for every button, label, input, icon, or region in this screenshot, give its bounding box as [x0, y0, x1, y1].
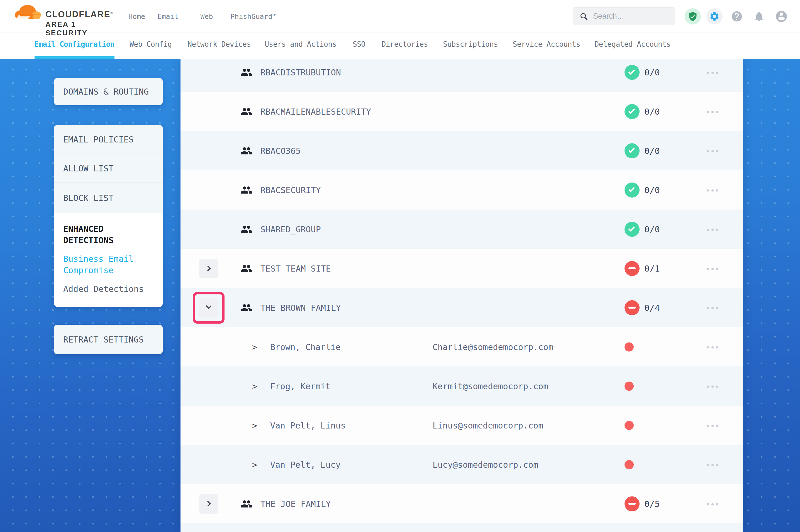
- sidebar-item-email-policies[interactable]: EMAIL POLICIES: [54, 125, 163, 154]
- dot-icon: [707, 424, 709, 427]
- dot-icon: [711, 268, 714, 270]
- row-menu-button[interactable]: [698, 305, 726, 310]
- header-nav-home[interactable]: Home: [128, 13, 145, 21]
- dot-icon: [716, 111, 718, 113]
- group-name: RBACSECURITY: [260, 185, 321, 195]
- row-menu-button[interactable]: [698, 109, 726, 114]
- notifications-bell-icon[interactable]: [751, 8, 767, 24]
- header-nav: HomeEmailWebPhishGuard™: [0, 0, 800, 33]
- group-count: 0/0: [644, 146, 660, 156]
- enhanced-detections-section: ENHANCED DETECTIONS Business Email Compr…: [54, 213, 163, 294]
- status-ok-badge: [624, 143, 639, 158]
- group-people-icon: [240, 224, 253, 234]
- row-menu-button[interactable]: [698, 501, 726, 507]
- group-row: TEST TEAM SITE0/1: [181, 249, 743, 288]
- dot-icon: [716, 385, 718, 387]
- dot-icon: [707, 268, 709, 270]
- dot-icon: [711, 464, 714, 466]
- member-row: >Brown, CharlieCharlie@somedemocorp.com: [181, 327, 743, 366]
- tab-directories[interactable]: Directories: [382, 40, 428, 49]
- tab-service-accounts[interactable]: Service Accounts: [513, 40, 580, 49]
- row-menu-button[interactable]: [698, 344, 726, 349]
- dot-icon: [707, 503, 709, 505]
- chevron-right-icon[interactable]: >: [252, 381, 257, 391]
- group-count: 0/0: [644, 185, 660, 195]
- status-blocked-badge: [624, 300, 639, 315]
- dot-icon: [716, 307, 718, 309]
- content-panel: RBACDISTRUBUTION0/0 RBACMAILENABLESECURI…: [181, 59, 743, 532]
- status-ok-badge: [624, 104, 639, 119]
- tab-subscriptions[interactable]: Subscriptions: [443, 40, 498, 49]
- dot-icon: [707, 72, 709, 74]
- member-email: Lucy@somedemocorp.com: [433, 460, 538, 469]
- dot-icon: [707, 150, 709, 152]
- header-nav-email[interactable]: Email: [157, 13, 178, 21]
- dot-icon: [711, 503, 714, 505]
- search-input[interactable]: [593, 7, 671, 25]
- dot-icon: [716, 346, 718, 348]
- row-menu-button[interactable]: [698, 187, 726, 192]
- sidebar-item-business-email-compromise[interactable]: Business Email Compromise: [63, 253, 147, 276]
- user-account-icon[interactable]: [773, 8, 789, 24]
- group-count: 0/0: [644, 107, 660, 117]
- group-people-icon: [240, 499, 253, 509]
- member-email: Kermit@somedemocorp.com: [433, 381, 548, 391]
- tab-network-devices[interactable]: Network Devices: [187, 40, 251, 49]
- tab-delegated-accounts[interactable]: Delegated Accounts: [595, 40, 671, 49]
- search-box[interactable]: [573, 7, 675, 25]
- row-menu-button[interactable]: [698, 70, 726, 75]
- partial-row: [181, 524, 743, 532]
- group-name: RBACDISTRUBUTION: [260, 67, 341, 77]
- member-row: >Van Pelt, LinusLinus@somedemocorp.com: [181, 406, 743, 445]
- row-menu-button[interactable]: [698, 423, 726, 428]
- group-name: TEST TEAM SITE: [260, 264, 331, 273]
- chevron-right-icon[interactable]: >: [252, 460, 257, 469]
- dot-icon: [711, 424, 714, 427]
- sidebar-item-retract-settings[interactable]: RETRACT SETTINGS: [54, 325, 163, 354]
- dot-icon: [707, 228, 709, 231]
- retract-settings-label: RETRACT SETTINGS: [63, 335, 144, 344]
- row-menu-button[interactable]: [698, 383, 726, 389]
- tab-email-configuration[interactable]: Email Configuration: [34, 40, 114, 49]
- enhanced-detections-heading: ENHANCED DETECTIONS: [63, 223, 147, 246]
- dot-icon: [707, 307, 709, 309]
- group-people-icon: [240, 67, 253, 78]
- tab-sso[interactable]: SSO: [353, 40, 365, 49]
- dot-icon: [707, 464, 709, 466]
- tab-web-config[interactable]: Web Config: [129, 40, 172, 49]
- header-nav-web[interactable]: Web: [200, 13, 213, 21]
- sidebar-item-domains-routing[interactable]: DOMAINS & ROUTING: [54, 78, 163, 105]
- tab-users-and-actions[interactable]: Users and Actions: [265, 40, 337, 49]
- expand-group-button[interactable]: [199, 494, 218, 514]
- dot-icon: [716, 424, 718, 427]
- group-row: RBACMAILENABLESECURITY0/0: [181, 92, 743, 131]
- dot-icon: [716, 72, 718, 74]
- sidebar-item-allow-list[interactable]: ALLOW LIST: [54, 154, 163, 183]
- dot-icon: [707, 385, 709, 387]
- group-row: RBACSECURITY0/0: [181, 170, 743, 210]
- group-count: 0/4: [644, 303, 660, 313]
- member-alert-dot: [624, 421, 634, 430]
- chevron-right-icon[interactable]: >: [252, 420, 257, 430]
- header-nav-phishguard[interactable]: PhishGuard™: [230, 13, 277, 21]
- member-name: Frog, Kermit: [270, 381, 331, 391]
- group-table: RBACDISTRUBUTION0/0 RBACMAILENABLESECURI…: [181, 59, 743, 532]
- dot-icon: [711, 150, 714, 152]
- row-menu-button[interactable]: [698, 266, 726, 271]
- group-row: THE JOE FAMILY0/5: [181, 484, 743, 524]
- chevron-down-icon: [205, 303, 212, 309]
- sidebar-item-added-detections[interactable]: Added Detections: [63, 283, 147, 294]
- chevron-right-icon[interactable]: >: [252, 342, 257, 352]
- help-icon[interactable]: [729, 8, 745, 24]
- expand-group-button[interactable]: [199, 259, 218, 278]
- row-menu-button[interactable]: [698, 148, 726, 153]
- collapse-group-button[interactable]: [199, 298, 218, 318]
- security-shield-icon[interactable]: [685, 8, 701, 24]
- dot-icon: [707, 189, 709, 191]
- dot-icon: [711, 111, 714, 113]
- settings-gear-icon[interactable]: [706, 8, 723, 24]
- email-policies-label: EMAIL POLICIES: [63, 134, 134, 144]
- row-menu-button[interactable]: [698, 462, 726, 467]
- row-menu-button[interactable]: [698, 227, 726, 232]
- sidebar-item-block-list[interactable]: BLOCK LIST: [54, 183, 163, 213]
